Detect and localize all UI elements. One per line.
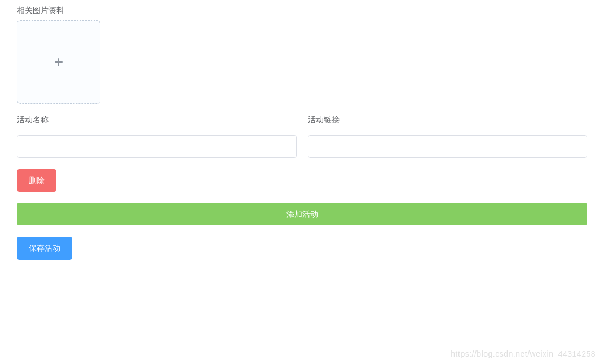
- delete-button[interactable]: 删除: [17, 169, 56, 192]
- activity-name-label: 活动名称: [17, 115, 297, 125]
- upload-label: 相关图片资料: [17, 6, 587, 16]
- add-activity-button[interactable]: 添加活动: [17, 203, 587, 225]
- upload-box[interactable]: +: [17, 20, 100, 104]
- activity-name-input[interactable]: [17, 135, 297, 158]
- activity-link-input[interactable]: [308, 135, 588, 158]
- plus-icon: +: [54, 54, 63, 70]
- save-activity-button[interactable]: 保存活动: [17, 237, 72, 259]
- activity-link-label: 活动链接: [308, 115, 588, 125]
